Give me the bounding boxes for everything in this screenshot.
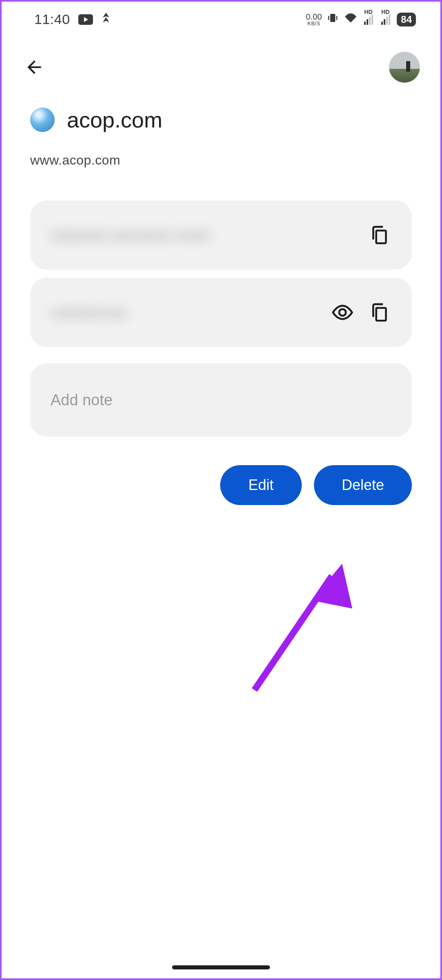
eye-icon [331,304,354,321]
copy-password-button[interactable] [367,300,391,325]
globe-icon [30,108,55,132]
svg-rect-2 [336,16,338,20]
back-button[interactable] [22,55,46,79]
note-field[interactable]: Add note [30,363,412,437]
status-time: 11:40 [34,11,70,27]
username-field[interactable]: redacted-username-email [30,200,412,270]
copy-icon [370,224,388,246]
home-indicator[interactable] [172,965,270,969]
edit-button[interactable]: Edit [220,465,302,505]
location-icon [101,12,111,27]
copy-username-button[interactable] [367,223,391,247]
svg-rect-0 [330,14,336,22]
wifi-icon [344,12,358,26]
signal-1: HD [364,14,373,25]
action-row: Edit Delete [2,437,440,505]
username-value: redacted-username-email [51,227,355,243]
site-section: acop.com www.acop.com [2,95,440,176]
data-rate: 0.00 KB/S [306,13,322,26]
site-title: acop.com [67,107,162,132]
show-password-button[interactable] [330,300,355,325]
status-bar: 11:40 0.00 KB/S HD HD [2,2,440,31]
svg-rect-1 [328,16,329,20]
note-placeholder: Add note [51,391,113,409]
password-field[interactable]: redacted-pw [30,278,412,347]
delete-button[interactable]: Delete [314,465,412,505]
app-header [2,31,440,95]
profile-avatar[interactable] [389,52,420,83]
copy-icon [370,302,388,323]
svg-rect-3 [376,231,386,243]
arrow-left-icon [24,57,44,77]
vibrate-icon [327,12,339,27]
youtube-icon [78,14,93,25]
svg-point-4 [339,309,346,316]
site-url: www.acop.com [30,153,412,168]
svg-line-6 [254,576,332,690]
signal-2: HD [381,14,390,25]
annotation-arrow [250,564,356,694]
battery-indicator: 84 [397,13,416,26]
password-value: redacted-pw [51,305,165,321]
svg-rect-5 [376,308,386,321]
